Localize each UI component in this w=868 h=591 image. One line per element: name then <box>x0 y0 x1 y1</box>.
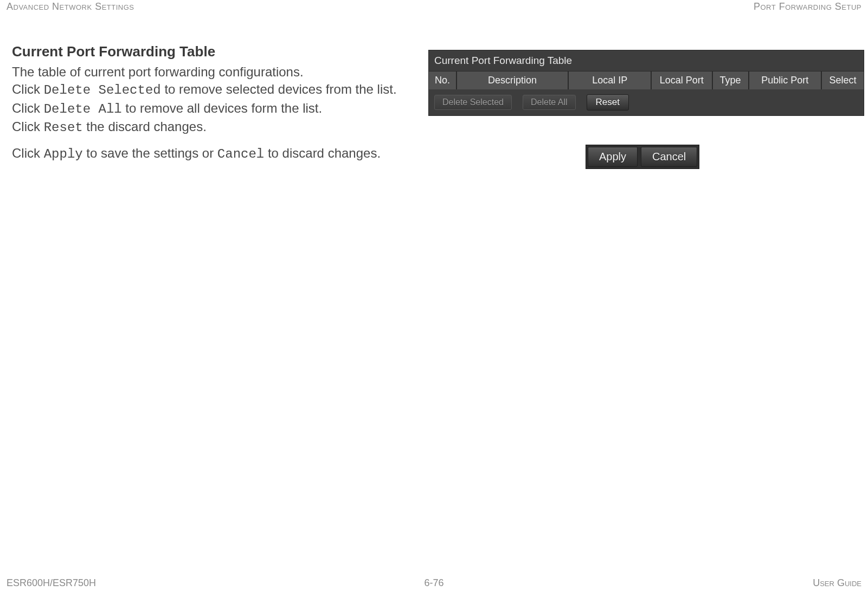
text: Click <box>12 101 44 115</box>
section-intro: The table of current port forwarding con… <box>12 63 413 81</box>
section-apply-cancel: Click Apply to save the settings or Canc… <box>12 145 413 163</box>
doc-text-block: Current Port Forwarding Table The table … <box>12 43 413 163</box>
footer-page-number: 6-76 <box>424 577 443 589</box>
reset-button[interactable]: Reset <box>587 94 629 111</box>
text: Click <box>12 82 44 96</box>
footer-guide: User Guide <box>813 577 861 589</box>
code-cancel: Cancel <box>217 147 264 161</box>
col-local-port: Local Port <box>652 72 713 89</box>
apply-button[interactable]: Apply <box>588 147 638 167</box>
code-reset: Reset <box>44 120 83 135</box>
router-ui-panel: Current Port Forwarding Table No. Descri… <box>428 50 864 116</box>
port-forwarding-table: Current Port Forwarding Table No. Descri… <box>428 50 864 116</box>
apply-cancel-bar: Apply Cancel <box>586 145 699 169</box>
code-delete-all: Delete All <box>44 102 122 116</box>
page-header-right: Port Forwarding Setup <box>754 1 861 12</box>
table-title: Current Port Forwarding Table <box>429 50 864 72</box>
section-title: Current Port Forwarding Table <box>12 43 413 60</box>
col-select: Select <box>822 72 864 89</box>
code-apply: Apply <box>44 147 83 161</box>
text: to save the settings or <box>83 146 217 160</box>
text: to remove all devices form the list. <box>122 101 322 115</box>
col-no: No. <box>429 72 457 89</box>
col-public-port: Public Port <box>749 72 822 89</box>
text: Click <box>12 119 44 134</box>
col-local-ip: Local IP <box>569 72 652 89</box>
footer-model: ESR600H/ESR750H <box>7 577 96 589</box>
section-reset: Click Reset the discard changes. <box>12 118 413 137</box>
text: to discard changes. <box>264 146 381 160</box>
code-delete-selected: Delete Selected <box>44 83 161 98</box>
delete-selected-button[interactable]: Delete Selected <box>434 95 512 110</box>
section-delete-selected: Click Delete Selected to remove selected… <box>12 81 413 99</box>
table-action-bar: Delete Selected Delete All Reset <box>429 89 864 115</box>
page-header-left: Advanced Network Settings <box>7 1 134 12</box>
section-delete-all: Click Delete All to remove all devices f… <box>12 100 413 118</box>
cancel-button[interactable]: Cancel <box>641 147 697 167</box>
col-type: Type <box>713 72 749 89</box>
delete-all-button[interactable]: Delete All <box>523 95 576 110</box>
col-description: Description <box>457 72 569 89</box>
text: the discard changes. <box>83 119 207 134</box>
table-header-row: No. Description Local IP Local Port Type… <box>429 72 864 89</box>
text: to remove selected devices from the list… <box>161 82 397 96</box>
text: Click <box>12 146 44 160</box>
